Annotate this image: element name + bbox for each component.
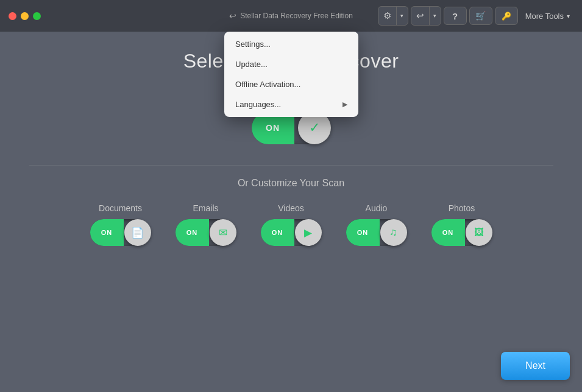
more-tools-chevron-icon: ▾ xyxy=(567,13,570,19)
back-button[interactable]: ↩ xyxy=(411,7,430,25)
audio-toggle-track: ON xyxy=(346,219,380,246)
category-photos: Photos ON 🖼 xyxy=(431,203,492,246)
languages-submenu-arrow-icon: ▶ xyxy=(342,100,347,108)
checkmark-icon: ✓ xyxy=(309,120,320,136)
close-button[interactable] xyxy=(9,12,16,20)
category-audio: Audio ON ♫ xyxy=(346,203,407,246)
photos-toggle[interactable]: ON 🖼 xyxy=(431,219,492,246)
key-button[interactable]: 🔑 xyxy=(495,7,518,25)
settings-dropdown-arrow[interactable]: ▾ xyxy=(397,7,408,25)
offline-activation-label: Offline Activation... xyxy=(235,80,300,89)
more-tools-label: More Tools xyxy=(525,12,564,21)
title-bar: ↩ Stellar Data Recovery Free Edition ⚙ ▾… xyxy=(0,0,582,32)
update-item-label: Update... xyxy=(235,60,268,69)
help-button[interactable]: ? xyxy=(444,7,467,25)
music-icon: ♫ xyxy=(389,226,397,239)
customize-scan-label: Or Customize Your Scan xyxy=(238,178,344,189)
documents-toggle-track: ON xyxy=(90,219,124,246)
emails-label: Emails xyxy=(193,203,218,213)
audio-label: Audio xyxy=(366,203,388,213)
photos-toggle-knob: 🖼 xyxy=(466,219,492,246)
videos-toggle-track: ON xyxy=(261,219,294,246)
next-button[interactable]: Next xyxy=(501,352,570,380)
cart-icon: 🛒 xyxy=(475,11,486,21)
settings-button[interactable]: ⚙ xyxy=(378,7,397,25)
documents-label: Documents xyxy=(99,203,142,213)
settings-item-label: Settings... xyxy=(235,40,271,49)
photos-label: Photos xyxy=(449,203,475,213)
videos-toggle[interactable]: ON ▶ xyxy=(261,219,322,246)
update-menu-item[interactable]: Update... xyxy=(224,54,358,74)
documents-toggle[interactable]: ON 📄 xyxy=(90,219,151,246)
maximize-button[interactable] xyxy=(33,12,41,20)
languages-item-label: Languages... xyxy=(235,100,281,109)
settings-dropdown-menu: Settings... Update... Offline Activation… xyxy=(224,32,358,117)
question-icon: ? xyxy=(452,11,458,21)
photos-toggle-track: ON xyxy=(431,219,465,246)
photo-icon: 🖼 xyxy=(474,227,484,238)
offline-activation-menu-item[interactable]: Offline Activation... xyxy=(224,74,358,94)
document-icon: 📄 xyxy=(131,226,144,239)
back-button-group[interactable]: ↩ ▾ xyxy=(411,6,441,26)
videos-label: Videos xyxy=(278,203,304,213)
settings-menu-item[interactable]: Settings... xyxy=(224,34,358,54)
videos-toggle-on-label: ON xyxy=(272,229,283,236)
videos-toggle-knob: ▶ xyxy=(295,219,322,246)
categories-container: Documents ON 📄 Emails ON ✉ xyxy=(90,203,492,246)
emails-toggle[interactable]: ON ✉ xyxy=(176,219,236,246)
audio-toggle-knob: ♫ xyxy=(380,219,407,246)
more-tools-button[interactable]: More Tools ▾ xyxy=(520,9,575,23)
toolbar: ⚙ ▾ ↩ ▾ ? 🛒 🔑 More Tools ▾ xyxy=(378,0,582,32)
category-documents: Documents ON 📄 xyxy=(90,203,151,246)
emails-toggle-knob: ✉ xyxy=(210,219,236,246)
cart-button[interactable]: 🛒 xyxy=(469,7,492,25)
emails-toggle-on-label: ON xyxy=(186,229,198,236)
audio-toggle-on-label: ON xyxy=(357,229,369,236)
window-title: ↩ Stellar Data Recovery Free Edition xyxy=(229,11,353,21)
key-icon: 🔑 xyxy=(502,12,511,21)
documents-toggle-on-label: ON xyxy=(101,229,113,236)
languages-menu-item[interactable]: Languages... ▶ xyxy=(224,94,358,114)
category-emails: Emails ON ✉ xyxy=(176,203,236,246)
play-icon: ▶ xyxy=(304,226,312,239)
email-icon: ✉ xyxy=(219,226,227,239)
emails-toggle-track: ON xyxy=(176,219,209,246)
category-videos: Videos ON ▶ xyxy=(261,203,322,246)
settings-button-group[interactable]: ⚙ ▾ xyxy=(378,6,408,26)
audio-toggle[interactable]: ON ♫ xyxy=(346,219,407,246)
section-divider xyxy=(29,165,553,166)
toggle-on-label: ON xyxy=(266,123,280,133)
minimize-button[interactable] xyxy=(21,12,29,20)
traffic-lights xyxy=(0,12,41,20)
photos-toggle-on-label: ON xyxy=(442,229,454,236)
back-dropdown-arrow[interactable]: ▾ xyxy=(430,7,441,25)
app-icon: ↩ xyxy=(229,11,236,21)
documents-toggle-knob: 📄 xyxy=(124,219,151,246)
app-title-text: Stellar Data Recovery Free Edition xyxy=(240,12,353,20)
